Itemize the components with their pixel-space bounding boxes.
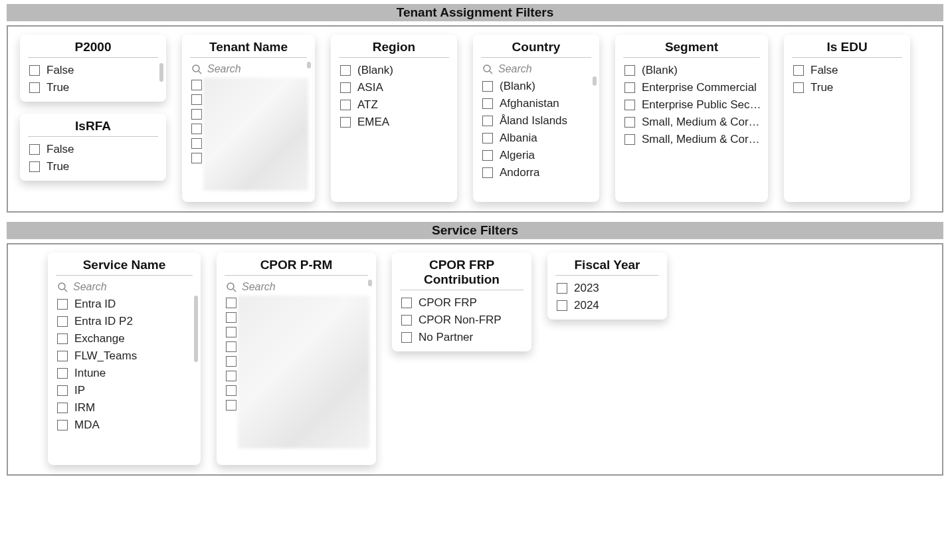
checkbox[interactable] — [29, 65, 40, 76]
slicer-item[interactable]: EMEA — [340, 114, 452, 131]
checkbox[interactable] — [57, 403, 68, 413]
checkbox[interactable] — [482, 81, 493, 92]
checkbox[interactable] — [191, 109, 202, 120]
checkbox[interactable] — [226, 298, 237, 308]
checkbox[interactable] — [191, 80, 202, 90]
checkbox[interactable] — [624, 117, 635, 128]
checkbox[interactable] — [482, 150, 493, 161]
slicer-item[interactable]: CPOR FRP — [401, 294, 526, 312]
checkbox[interactable] — [793, 82, 804, 93]
slicer-item[interactable]: False — [29, 62, 161, 79]
slicer-item[interactable]: IRM — [57, 399, 195, 417]
checkbox[interactable] — [57, 316, 68, 327]
search-row[interactable]: Search — [48, 280, 201, 296]
checkbox[interactable] — [482, 133, 493, 143]
checkbox[interactable] — [482, 116, 493, 126]
checkbox[interactable] — [29, 82, 40, 93]
scrollbar[interactable] — [194, 296, 198, 362]
slicer-item[interactable]: False — [793, 62, 905, 79]
slicer-item[interactable]: 2024 — [557, 297, 662, 314]
checkbox[interactable] — [624, 65, 635, 76]
slicer-item[interactable]: ASIA — [340, 79, 452, 96]
slicer-item[interactable]: True — [793, 79, 905, 96]
slicer-item[interactable]: No Partner — [401, 329, 526, 346]
slicer-item[interactable]: ATZ — [340, 96, 452, 114]
slicer-item[interactable]: FLW_Teams — [57, 347, 195, 365]
slicer-item[interactable]: Small, Medium & Corp... — [624, 114, 763, 131]
checkbox[interactable] — [557, 283, 567, 294]
scrollbar[interactable] — [159, 63, 163, 82]
checkbox[interactable] — [57, 351, 68, 361]
slicer-item[interactable]: MDA — [57, 417, 195, 434]
checkbox[interactable] — [482, 98, 493, 109]
checkbox[interactable] — [191, 94, 202, 105]
slicer-item[interactable]: Andorra — [482, 164, 594, 181]
checkbox[interactable] — [57, 333, 68, 344]
checkbox[interactable] — [57, 385, 68, 396]
slicer-country: Country Search (Blank) Afghanistan Åland… — [473, 35, 599, 202]
slicer-item[interactable]: Small, Medium & Corp... — [624, 131, 763, 148]
slicer-item[interactable]: IP — [57, 382, 195, 399]
checkbox[interactable] — [226, 400, 237, 411]
checkbox[interactable] — [226, 385, 237, 396]
checkbox[interactable] — [191, 138, 202, 149]
search-row[interactable]: Search — [217, 280, 376, 296]
checkbox[interactable] — [624, 100, 635, 110]
checkbox[interactable] — [340, 117, 351, 128]
checkbox[interactable] — [624, 134, 635, 145]
svg-point-4 — [58, 283, 65, 290]
checkbox[interactable] — [191, 153, 202, 163]
checkbox[interactable] — [191, 124, 202, 134]
slicer-item[interactable]: False — [29, 141, 161, 158]
search-row[interactable]: Search — [473, 62, 599, 78]
scrollbar[interactable] — [593, 76, 597, 86]
checkbox[interactable] — [340, 65, 351, 76]
slicer-item[interactable]: True — [29, 79, 161, 96]
slicer-item[interactable]: 2023 — [557, 280, 662, 297]
checkbox[interactable] — [401, 298, 412, 308]
divider — [28, 57, 158, 58]
slicer-item[interactable]: True — [29, 158, 161, 175]
slicer-item[interactable]: Albania — [482, 130, 594, 147]
checkbox[interactable] — [57, 299, 68, 310]
checkbox[interactable] — [57, 420, 68, 430]
slicer-item[interactable]: Intune — [57, 365, 195, 382]
slicer-item[interactable]: Enterprise Public Sector — [624, 96, 763, 114]
checkbox[interactable] — [29, 144, 40, 155]
slicer-item[interactable]: CPOR Non-FRP — [401, 312, 526, 329]
slicer-item[interactable]: (Blank) — [624, 62, 763, 79]
checkbox[interactable] — [401, 332, 412, 343]
section-title-service: Service Filters — [7, 222, 943, 239]
slicer-item[interactable]: (Blank) — [340, 62, 452, 79]
checkbox[interactable] — [226, 371, 237, 381]
redacted-content — [203, 78, 308, 191]
slicer-item[interactable]: Enterprise Commercial — [624, 79, 763, 96]
slicer-isrfa: IsRFA False True — [20, 114, 166, 181]
checkbox[interactable] — [340, 82, 351, 93]
slicer-item[interactable]: Exchange — [57, 330, 195, 347]
divider — [339, 57, 449, 58]
slicer-p2000: P2000 False True — [20, 35, 166, 102]
checkbox[interactable] — [557, 300, 567, 311]
slicer-item[interactable]: (Blank) — [482, 78, 594, 95]
checkbox[interactable] — [29, 161, 40, 172]
slicer-item[interactable]: Åland Islands — [482, 112, 594, 130]
checkbox[interactable] — [624, 82, 635, 93]
slicer-item[interactable]: Entra ID P2 — [57, 313, 195, 330]
slicer-title: CPOR P-RM — [217, 256, 376, 275]
checkbox[interactable] — [226, 341, 237, 352]
checkbox[interactable] — [401, 315, 412, 326]
checkbox[interactable] — [57, 368, 68, 379]
slicer-item[interactable]: Entra ID — [57, 296, 195, 313]
scrollbar[interactable] — [368, 280, 372, 286]
checkbox[interactable] — [226, 327, 237, 337]
slicer-item[interactable]: Algeria — [482, 147, 594, 164]
scrollbar[interactable] — [307, 62, 311, 68]
checkbox[interactable] — [226, 356, 237, 367]
checkbox[interactable] — [482, 167, 493, 178]
slicer-item[interactable]: Afghanistan — [482, 95, 594, 112]
checkbox[interactable] — [793, 65, 804, 76]
search-row[interactable]: Search — [182, 62, 315, 78]
checkbox[interactable] — [340, 100, 351, 110]
checkbox[interactable] — [226, 312, 237, 323]
